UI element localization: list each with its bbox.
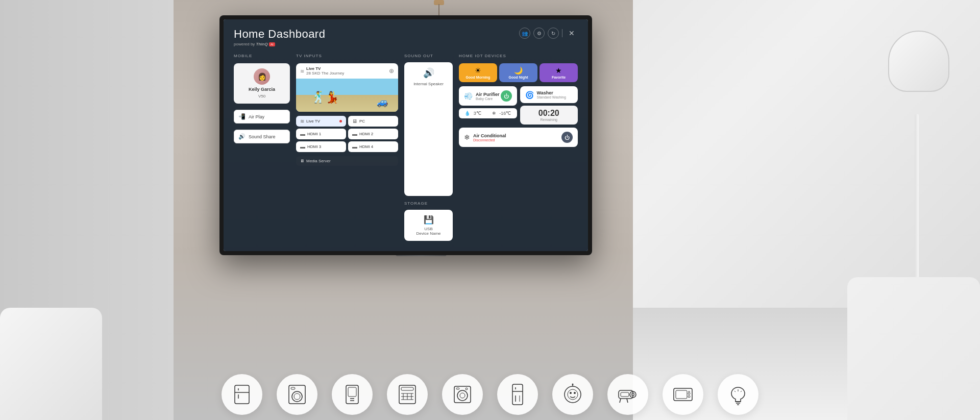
svg-point-46 <box>688 396 690 398</box>
good-night-button[interactable]: 🌙 Good Night <box>499 63 537 82</box>
hdmi4-button[interactable]: ▬ HDMI 4 <box>348 141 398 152</box>
program-name: The Journey <box>322 71 344 76</box>
fridge-temp-icon: 💧 <box>464 111 470 116</box>
projector-device-icon[interactable] <box>607 374 648 415</box>
dashboard-header: Home Dashboard powered by ThinQ AI 👥 ⚙ <box>234 28 578 46</box>
robot-cleaner-icon[interactable] <box>552 374 593 415</box>
svg-point-31 <box>568 389 578 400</box>
projector-svg <box>617 383 639 406</box>
users-button[interactable]: 👥 <box>519 28 530 39</box>
speaker-icon: 🔊 <box>423 67 434 79</box>
good-night-label: Good Night <box>508 76 528 79</box>
microwave-device-icon[interactable] <box>663 374 703 415</box>
tv-more-icon[interactable]: ⊕ <box>389 67 394 75</box>
pc-input-button[interactable]: 🖥 PC <box>348 116 398 127</box>
ac-power-button[interactable]: ⏻ <box>561 132 573 143</box>
sound-section-label: SOUND OUT <box>404 54 453 58</box>
air-purifier-text: Air Purifier Baby Care <box>476 92 500 101</box>
lightbulb-svg <box>727 383 749 406</box>
hdmi2-button[interactable]: ▬ HDMI 2 <box>348 129 398 139</box>
airplay-button[interactable]: 📲 Air Play <box>234 110 290 123</box>
timer-label: Remaining <box>525 118 573 121</box>
ai-badge: AI <box>269 42 275 46</box>
floor-lamp-shade <box>888 31 949 92</box>
media-server-button[interactable]: 🖥 Media Server <box>296 156 398 166</box>
dashboard-subtitle: powered by ThinQ AI <box>234 42 325 46</box>
washer-card: 🌀 Washer Standard Washing <box>520 86 578 103</box>
timer-display: 00:20 <box>525 109 573 118</box>
media-server-label: Media Server <box>306 159 331 163</box>
sound-share-button[interactable]: 🔊 Sound Share <box>234 130 290 143</box>
mood-row: ☀ Good Morning 🌙 Good Night ★ Favorite <box>459 63 578 82</box>
washer-info: 🌀 Washer Standard Washing <box>525 90 566 99</box>
ac-power-icon: ⏻ <box>565 135 570 140</box>
pc-label: PC <box>359 119 365 123</box>
lightbulb-device-icon[interactable] <box>718 374 758 415</box>
live-tv-header: ≋ Live TV 28 SKD The Journey ⊕ <box>296 63 398 79</box>
star-icon: ★ <box>555 66 562 75</box>
tall-fridge-svg <box>506 383 529 406</box>
hdmi1-label: HDMI 1 <box>307 132 321 136</box>
hdmi3-icon: ▬ <box>300 144 305 150</box>
svg-rect-0 <box>235 385 249 404</box>
storage-card[interactable]: 💾 USBDevice Name <box>404 210 453 241</box>
dashboard-title: Home Dashboard <box>234 28 325 41</box>
moon-icon: 🌙 <box>514 66 523 75</box>
power-icon: ⏻ <box>504 93 509 99</box>
svg-rect-43 <box>676 390 687 399</box>
hdmi4-icon: ▬ <box>352 144 357 150</box>
sun-icon: ☀ <box>475 66 481 75</box>
air-purifier-section: 💨 Air Purifier Baby Care ⏻ <box>459 86 517 125</box>
iot-section-label: HOME IOT DEVICES <box>459 54 578 58</box>
hdmi3-button[interactable]: ▬ HDMI 3 <box>296 141 346 152</box>
svg-point-45 <box>688 392 690 394</box>
svg-rect-7 <box>291 387 295 389</box>
refresh-icon: ↻ <box>551 31 555 36</box>
tall-fridge-device-icon[interactable] <box>497 374 538 415</box>
sound-card[interactable]: 🔊 Internal Speaker <box>404 62 453 196</box>
hdmi2-icon: ▬ <box>352 131 357 137</box>
washer-device-icon[interactable] <box>277 374 317 415</box>
washer-section: 🌀 Washer Standard Washing 00:20 Remainin… <box>520 86 578 125</box>
dishwasher-device-icon[interactable] <box>387 374 428 415</box>
tv-input-grid: ≋ Live TV 🖥 PC ▬ HDMI 1 <box>296 116 398 152</box>
close-button[interactable]: ✕ <box>566 28 578 38</box>
refrigerator-svg <box>231 383 253 406</box>
front-washer-device-icon[interactable] <box>442 374 483 415</box>
mobile-user-info: 👩 Keily Garcia V50 <box>239 68 285 98</box>
user-device: V50 <box>258 94 265 98</box>
thumb-car: 🚙 <box>377 96 388 108</box>
settings-button[interactable]: ⚙ <box>533 28 545 39</box>
favorite-button[interactable]: ★ Favorite <box>540 63 578 82</box>
users-icon: 👥 <box>522 31 528 36</box>
good-morning-button[interactable]: ☀ Good Morning <box>459 63 497 82</box>
usb-icon: 💾 <box>424 215 434 225</box>
live-indicator <box>339 120 342 122</box>
thinq-brand: ThinQ <box>256 42 268 46</box>
ac-name: Air Conditional <box>473 133 506 138</box>
mobile-column: MOBILE 👩 Keily Garcia V50 📲 Air Play 🔊 <box>234 54 290 241</box>
hdmi1-button[interactable]: ▬ HDMI 1 <box>296 129 346 139</box>
air-purifier-info: 💨 Air Purifier Baby Care <box>464 92 500 101</box>
tv-channel: 28 SKD The Journey <box>306 71 344 76</box>
refrigerator-device-icon[interactable] <box>222 374 262 415</box>
refresh-button[interactable]: ↻ <box>548 28 559 39</box>
svg-point-6 <box>294 393 300 400</box>
svg-rect-39 <box>621 392 629 397</box>
washer-icon: 🌀 <box>525 91 534 99</box>
fridge-temps-row: 💧 3℃ ❄ -16℃ <box>459 108 517 118</box>
washer-status: Standard Washing <box>537 95 566 99</box>
air-purifier-power-button[interactable]: ⏻ <box>501 90 512 102</box>
styler-device-icon[interactable] <box>332 374 373 415</box>
dishwasher-svg <box>396 383 419 406</box>
air-purifier-status: Baby Care <box>476 97 500 101</box>
user-name: Keily Garcia <box>249 87 275 92</box>
svg-rect-25 <box>512 384 523 405</box>
dashboard-columns: MOBILE 👩 Keily Garcia V50 📲 Air Play 🔊 <box>234 54 578 241</box>
live-tv-input-button[interactable]: ≋ Live TV <box>296 116 346 127</box>
iot-column: HOME IOT DEVICES ☀ Good Morning 🌙 Good N… <box>459 54 578 241</box>
live-tv-icon: ≋ <box>300 118 304 124</box>
svg-line-40 <box>620 399 621 403</box>
washer-timer-card: 00:20 Remaining <box>520 106 578 125</box>
tv-frame: Home Dashboard powered by ThinQ AI 👥 ⚙ <box>219 15 592 255</box>
